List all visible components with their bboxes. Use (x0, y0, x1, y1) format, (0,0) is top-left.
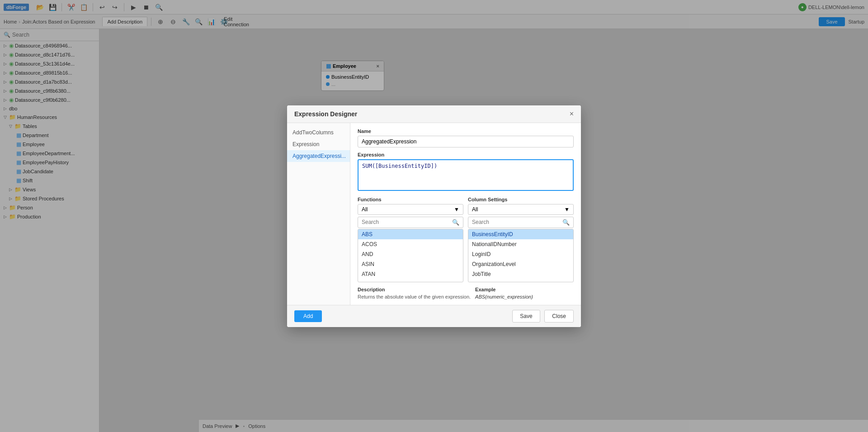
column-settings-search-box: 🔍 (468, 217, 574, 228)
desc-example-row: Description Returns the absolute value o… (358, 287, 574, 299)
expression-textarea[interactable]: SUM([BusinessEntityID]) (358, 159, 574, 191)
column-settings-dropdown[interactable]: All ▼ (468, 204, 574, 215)
functions-columns-row: Functions All ▼ 🔍 ABS ACOS AND (358, 197, 574, 282)
column-settings-search-icon: 🔍 (562, 219, 570, 226)
modal-header: Expression Designer × (287, 105, 581, 123)
functions-search-icon: 🔍 (452, 219, 459, 226)
expression-designer-modal: Expression Designer × AddTwoColumns Expr… (287, 105, 581, 327)
modal-close-button[interactable]: × (570, 110, 574, 118)
add-button[interactable]: Add (294, 310, 322, 322)
list-item[interactable]: ASIN (358, 259, 463, 269)
functions-search-box: 🔍 (358, 217, 463, 228)
example-section: Example ABS(numeric_expression) (475, 287, 533, 299)
expression-label: Expression (358, 152, 574, 157)
column-settings-section: Column Settings All ▼ 🔍 BusinessEntityID… (468, 197, 574, 282)
modal-nav: AddTwoColumns Expression AggregatedExpre… (287, 123, 350, 305)
modal-nav-aggregated[interactable]: AggregatedExpressi... (287, 150, 350, 162)
functions-dropdown-arrow: ▼ (454, 206, 459, 213)
functions-dropdown[interactable]: All ▼ (358, 204, 463, 215)
description-text: Returns the absolute value of the given … (358, 294, 471, 299)
column-settings-dropdown-arrow: ▼ (564, 206, 570, 213)
list-item[interactable]: NationalIDNumber (468, 239, 573, 249)
modal-footer-right: Save Close (512, 310, 574, 323)
description-section: Description Returns the absolute value o… (358, 287, 471, 299)
list-item[interactable]: OrganizationLevel (468, 259, 573, 269)
functions-search-input[interactable] (362, 219, 452, 225)
description-label: Description (358, 287, 471, 292)
modal-nav-expression[interactable]: Expression (287, 138, 350, 150)
list-item[interactable]: JobTitle (468, 269, 573, 279)
list-item[interactable]: BusinessEntityID (468, 229, 573, 239)
modal-save-button[interactable]: Save (512, 310, 540, 323)
column-settings-label: Column Settings (468, 197, 574, 202)
modal-title: Expression Designer (294, 110, 357, 118)
functions-section: Functions All ▼ 🔍 ABS ACOS AND (358, 197, 463, 282)
list-item[interactable]: ATAN (358, 269, 463, 279)
list-item[interactable]: AND (358, 249, 463, 259)
example-text: ABS(numeric_expression) (475, 294, 533, 299)
modal-footer: Add Save Close (287, 305, 581, 327)
name-label: Name (358, 128, 574, 134)
modal-body: AddTwoColumns Expression AggregatedExpre… (287, 123, 581, 305)
functions-dropdown-value: All (362, 206, 368, 213)
name-field-group: Name (358, 128, 574, 147)
modal-nav-addtwocolumns[interactable]: AddTwoColumns (287, 127, 350, 138)
modal-close-btn[interactable]: Close (544, 310, 574, 323)
list-item[interactable]: ABS (358, 229, 463, 239)
functions-list: ABS ACOS AND ASIN ATAN (358, 229, 463, 282)
modal-overlay: Expression Designer × AddTwoColumns Expr… (0, 0, 868, 432)
example-label: Example (475, 287, 533, 292)
expression-field-group: Expression SUM([BusinessEntityID]) (358, 152, 574, 192)
column-settings-dropdown-value: All (472, 206, 478, 213)
functions-label: Functions (358, 197, 463, 202)
column-settings-search-input[interactable] (472, 219, 562, 225)
modal-content: Name Expression SUM([BusinessEntityID]) … (350, 123, 581, 305)
name-input[interactable] (358, 136, 574, 147)
list-item[interactable]: ACOS (358, 239, 463, 249)
list-item[interactable]: LoginID (468, 249, 573, 259)
column-settings-list: BusinessEntityID NationalIDNumber LoginI… (468, 229, 574, 282)
